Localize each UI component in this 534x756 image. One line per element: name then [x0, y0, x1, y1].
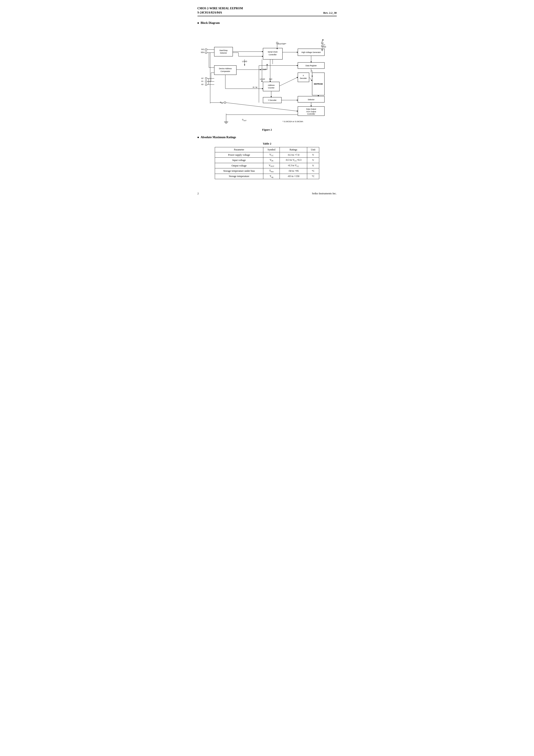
eeprom-text: EEPROM — [314, 83, 323, 85]
scc-text1: Serial Clock — [268, 51, 278, 53]
testwp-label: TEST/WP* — [277, 43, 286, 45]
inc-label: INC — [269, 78, 272, 80]
ac-text2: Counter — [268, 87, 274, 89]
table-row: Input voltageVIN-0.3 to VCC+0.3V — [215, 158, 319, 163]
xdec-text-dec: Decoder — [300, 77, 307, 79]
din-to-doack — [226, 102, 298, 111]
company-name: Seiko Instruments Inc. — [312, 192, 336, 195]
doack-text3: Controller — [307, 113, 315, 115]
xdec-text-x: X — [303, 74, 304, 77]
header-unit: Unit — [307, 147, 319, 152]
header-symbol: Symbol — [263, 147, 280, 152]
ac-text1: Address — [268, 84, 275, 86]
doack-text1: Data Output — [306, 108, 316, 110]
data-register-text: Data Register — [306, 65, 317, 67]
header-ratings: Ratings — [280, 147, 307, 152]
dout-label: DOUT — [242, 119, 247, 121]
table-row: Storage temperature under biasTbias-50 t… — [215, 168, 319, 174]
sda-label: SDA — [200, 51, 204, 54]
xdec-to-eeprom — [309, 77, 312, 81]
hvg-text: High-Voltage Generator — [301, 51, 321, 54]
rw-label: R / W — [253, 87, 257, 89]
load-label2: LOAD — [260, 78, 265, 80]
header-parameter: Parameter — [215, 147, 263, 152]
table-row: Storage temperatureTstg-65 to +150°C — [215, 174, 319, 179]
ac-to-xdec — [279, 77, 298, 86]
ydec-text: Y Decoder — [268, 99, 277, 101]
page-header: CMOS 2-WIRE SERIAL EEPROM S-24C01A/02A/0… — [198, 6, 337, 16]
scl-pin — [205, 49, 207, 50]
block-diagram-container: SCL SDA Start/Stop Detector Serial Clock… — [198, 28, 337, 126]
vcc-triangle — [322, 39, 324, 40]
a1-label: A1 — [201, 80, 203, 82]
scc-text2: Controller — [269, 54, 277, 56]
sda-pin — [205, 52, 207, 54]
start-stop-text2: Detector — [220, 52, 227, 54]
start-stop-text1: Start/Stop — [219, 49, 227, 51]
footnote-asterisk: * S-24C02A or S-24C04A — [282, 121, 303, 123]
table-title: Table 2 — [198, 142, 337, 146]
comp-label: COMP — [261, 68, 266, 70]
ac-box — [263, 82, 279, 91]
table-row: Power supply voltageVCC-0.3 to +7.0V — [215, 152, 319, 158]
block-diagram-heading: Block Diagram — [198, 21, 337, 25]
page-number: 2 — [198, 192, 199, 195]
selector-text: Selector — [307, 98, 314, 101]
ratings-heading: Absolute Maximum Ratings — [198, 136, 337, 139]
ratings-table: Parameter Symbol Ratings Unit Power supp… — [215, 147, 319, 179]
doack-text2: ACK Output — [306, 111, 316, 113]
a2-label: A2 — [201, 77, 203, 79]
vcc-label: VCC — [322, 43, 325, 45]
page-footer: 2 Seiko Instruments Inc. — [198, 192, 337, 195]
a0-pin — [205, 84, 207, 86]
a0-label: A0 — [201, 83, 203, 86]
table-row: Output voltageVOUT-0.3 to VCCV — [215, 163, 319, 168]
doc-revision: Rev. 2.2_30 — [323, 11, 336, 14]
start-stop-box — [214, 47, 232, 56]
scl-label: SCL — [201, 48, 205, 50]
table-header-row: Parameter Symbol Ratings Unit — [215, 147, 319, 152]
dac-text2: Comparator — [220, 70, 230, 72]
block-diagram-svg: SCL SDA Start/Stop Detector Serial Clock… — [198, 28, 337, 126]
din-pin — [224, 102, 226, 104]
a2-pin — [205, 78, 207, 79]
a1-pin — [205, 81, 207, 83]
figure-caption: Figure 2 — [198, 128, 337, 131]
doc-title: CMOS 2-WIRE SERIAL EEPROM S-24C01A/02A/0… — [198, 6, 243, 14]
dac-text1: Device Address — [219, 68, 232, 69]
